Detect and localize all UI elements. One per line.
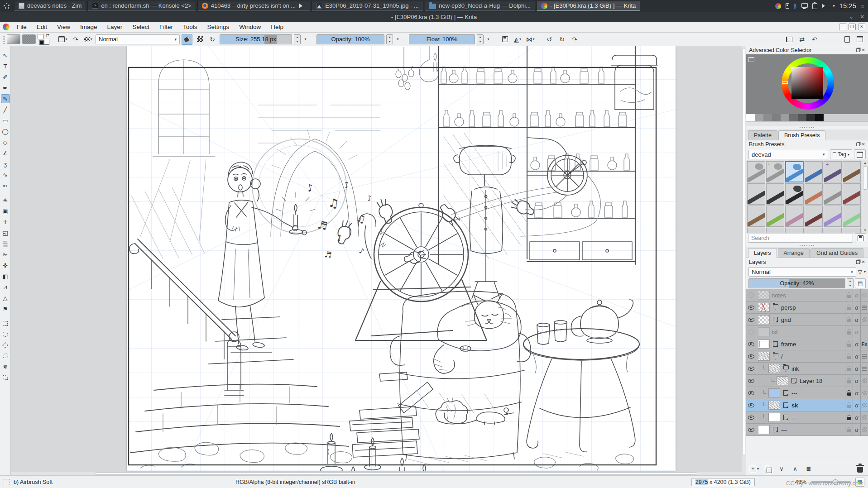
inherit-alpha-toggle[interactable]	[860, 411, 868, 423]
tool-line[interactable]: ╱	[1, 105, 10, 114]
reload-original-preset-button[interactable]: ↺	[544, 34, 555, 45]
close-button[interactable]: ✕	[858, 24, 865, 30]
layer-lock-toggle[interactable]	[845, 314, 853, 325]
brush-preset-thumbnail[interactable]	[785, 183, 803, 205]
move-layer-down-button[interactable]: ∨	[776, 464, 787, 474]
brush-presets-popup-button[interactable]: ▾	[83, 34, 94, 45]
maximize-button[interactable]: ❒	[849, 24, 856, 30]
tab-layers[interactable]: Layers	[748, 248, 777, 258]
float-docker-icon[interactable]	[856, 143, 860, 146]
brush-preset-thumbnail[interactable]	[766, 206, 784, 227]
menu-edit[interactable]: Edit	[32, 23, 52, 31]
tool-similar-color-selection[interactable]: ✵	[1, 362, 10, 371]
color-swatch[interactable]	[772, 114, 781, 121]
scroll-up-icon[interactable]: ▲	[863, 160, 867, 165]
toolbar-grip[interactable]	[3, 35, 5, 44]
layer-lock-toggle[interactable]	[845, 399, 853, 411]
hue-ring[interactable]	[782, 57, 834, 110]
tab-arrange[interactable]: Arrange	[778, 248, 810, 258]
mirror-horizontal-button[interactable]: ⋈ ▾	[525, 34, 536, 45]
tool-select-shapes[interactable]: ↖	[1, 51, 10, 60]
visibility-toggle[interactable]	[746, 314, 756, 325]
brush-preset-thumbnail[interactable]	[843, 228, 861, 233]
menu-file[interactable]: File	[12, 23, 31, 31]
tool-text[interactable]: T	[1, 62, 10, 71]
visibility-toggle[interactable]	[746, 387, 756, 399]
opacity-slider[interactable]: Opacity: 100%	[317, 34, 384, 44]
taskbar-window-dolphin[interactable]: new-ep30_Need-a-Hug — Dolphi...	[425, 1, 535, 11]
tool-polygonal-selection[interactable]	[1, 340, 10, 349]
scrollbar-thumb[interactable]	[863, 166, 868, 190]
visibility-toggle[interactable]	[746, 399, 756, 411]
alpha-lock-toggle[interactable]: α	[853, 301, 860, 313]
reload-preset-button[interactable]: ↻	[207, 34, 218, 45]
close-docker-icon[interactable]: ✕	[862, 143, 865, 146]
foreground-background-color-widget[interactable]: ⇄	[38, 34, 49, 45]
tool-dynamic-brush[interactable]: ➳	[1, 181, 10, 190]
eraser-mode-button[interactable]	[182, 34, 192, 45]
inherit-alpha-toggle[interactable]	[860, 424, 868, 435]
document-dimensions[interactable]: 2975 x 4200 (1.3 GiB)	[691, 478, 755, 486]
save-search-button[interactable]	[855, 233, 866, 243]
tool-fill[interactable]: ◧	[1, 272, 10, 281]
layer-lock-toggle[interactable]	[845, 387, 853, 399]
menu-help[interactable]: Help	[266, 23, 288, 31]
usb-device-icon[interactable]	[786, 3, 789, 9]
tool-edit-shapes[interactable]: ✐	[1, 72, 10, 81]
menu-tools[interactable]: Tools	[178, 23, 202, 31]
layer-row-notes[interactable]: notes α	[746, 289, 868, 301]
tool-transform[interactable]: ▣	[1, 206, 10, 215]
layer-properties-button[interactable]: ≣	[803, 464, 814, 474]
visibility-toggle[interactable]	[746, 301, 756, 313]
layer-lock-toggle[interactable]	[845, 424, 853, 435]
tool-ellipse[interactable]: ◯	[1, 127, 10, 136]
menu-window[interactable]: Window	[235, 23, 265, 31]
brush-preset-thumbnail[interactable]	[766, 228, 784, 233]
tool-rectangular-selection[interactable]	[1, 319, 10, 328]
visibility-toggle[interactable]	[746, 424, 756, 435]
alpha-lock-toggle[interactable]: α	[853, 289, 860, 301]
brush-preset-thumbnail[interactable]	[805, 228, 823, 233]
tray-krita-icon[interactable]	[775, 3, 781, 9]
tag-button[interactable]: Tag ▾	[830, 149, 852, 159]
tab-grid-and-guides[interactable]: Grid and Guides	[810, 248, 863, 258]
layer-lock-toggle[interactable]	[845, 411, 853, 423]
show-dockers-button[interactable]	[854, 34, 865, 45]
size-spinner[interactable]: ▲▼	[294, 34, 301, 44]
alpha-lock-toggle[interactable]: α	[853, 399, 860, 411]
app-launcher-button[interactable]	[1, 1, 13, 11]
brush-search-input[interactable]	[748, 234, 853, 243]
visibility-toggle[interactable]	[746, 350, 756, 362]
layer-lock-toggle[interactable]	[845, 326, 853, 338]
presets-display-menu-button[interactable]	[854, 149, 866, 159]
brush-preset-thumbnail[interactable]	[824, 206, 842, 227]
tool-polyline[interactable]: ∠	[1, 148, 10, 158]
alpha-lock-toggle[interactable]: α	[853, 326, 860, 338]
layer-properties-button[interactable]: ▤	[855, 278, 866, 288]
tool-multibrush[interactable]: ✳	[1, 196, 10, 205]
layer-row-sk-selected[interactable]: sk α	[746, 399, 868, 411]
reset-all-button[interactable]: ↷	[569, 34, 580, 45]
brush-preset-thumbnail[interactable]	[843, 206, 861, 227]
display-icon[interactable]	[801, 3, 808, 8]
size-dropdown-icon[interactable]: ▾	[302, 34, 308, 44]
layer-lock-toggle[interactable]	[845, 350, 853, 362]
alpha-lock-toggle[interactable]: α	[853, 350, 860, 362]
brush-preset-thumbnail[interactable]	[747, 161, 765, 182]
minimize-button[interactable]: –	[839, 24, 846, 30]
color-swatch[interactable]	[815, 114, 824, 121]
brush-tag-filter-combobox[interactable]: deevad ▾	[748, 150, 828, 159]
brush-preset-thumbnail[interactable]	[824, 183, 842, 205]
brush-preset-thumbnail[interactable]	[805, 206, 823, 227]
layer-opacity-slider[interactable]: Opacity: 42%	[748, 278, 845, 288]
background-color-swatch[interactable]	[39, 40, 44, 45]
menu-view[interactable]: View	[53, 23, 75, 31]
brush-preset-thumbnail[interactable]	[843, 183, 861, 205]
layer-row-ink-group[interactable]: ⌄ ink α	[746, 363, 868, 375]
tool-freehand-selection[interactable]	[1, 351, 10, 360]
save-preset-button[interactable]	[499, 34, 510, 45]
brush-preset-thumbnail[interactable]	[766, 183, 784, 205]
brush-preset-thumbnail[interactable]	[805, 183, 823, 205]
layers-docker-header[interactable]: Layers ✕	[746, 258, 868, 266]
color-swatch[interactable]	[746, 114, 755, 121]
